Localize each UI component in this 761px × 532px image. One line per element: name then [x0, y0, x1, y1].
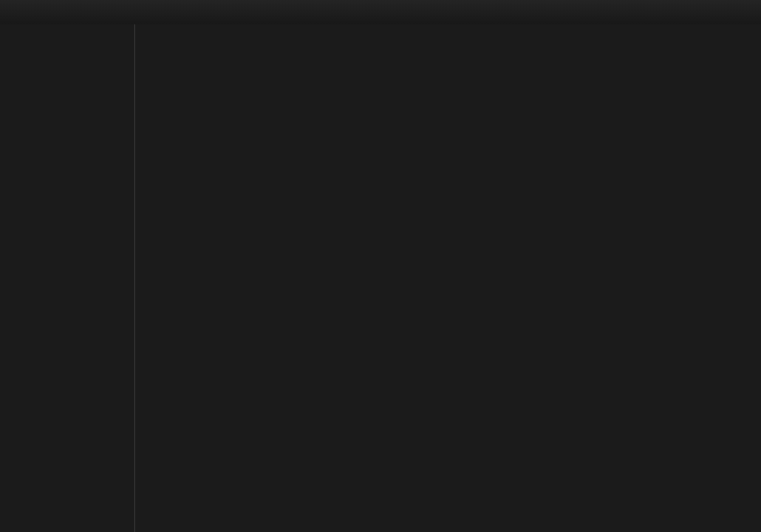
channel-sidebar	[0, 24, 135, 532]
logic-analyzer-app	[0, 0, 761, 532]
timeline-ruler[interactable]	[0, 0, 761, 24]
waveform-plot-area[interactable]	[135, 24, 761, 532]
timeline-anchor	[136, 1, 138, 11]
